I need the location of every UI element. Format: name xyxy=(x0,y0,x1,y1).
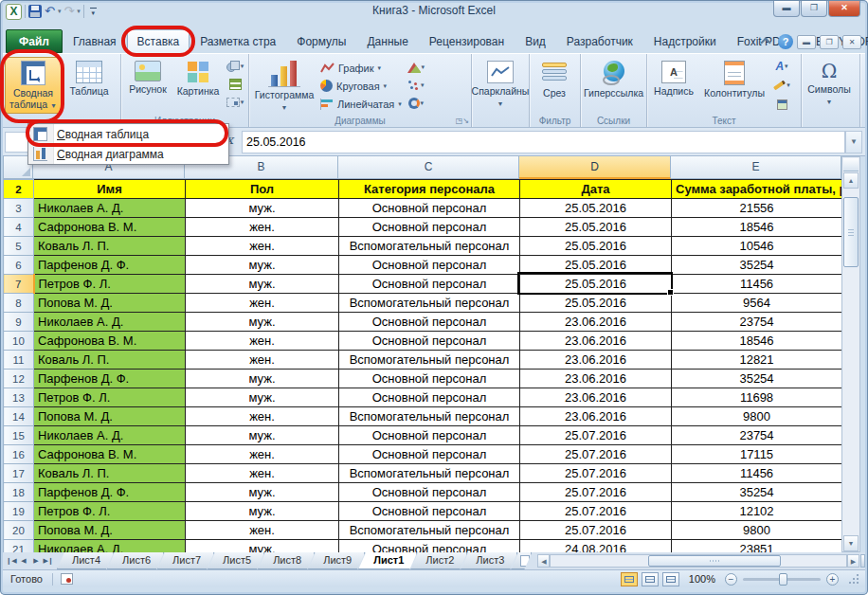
minimize-button[interactable]: ▬ xyxy=(773,1,800,17)
scrollbar-split-box[interactable] xyxy=(843,158,859,171)
formula-input[interactable]: 25.05.2016 xyxy=(242,131,845,153)
grid-cell[interactable]: 25.07.2016 xyxy=(520,426,672,445)
horizontal-scroll-thumb[interactable] xyxy=(648,555,781,567)
row-header-21[interactable]: 21 xyxy=(4,540,34,553)
sheet-tab-Лист8[interactable]: Лист8 xyxy=(258,552,315,569)
menu-item-pivot-chart[interactable]: Сводная диаграмма xyxy=(28,144,228,164)
grid-cell[interactable]: 25.05.2016 xyxy=(520,294,672,313)
workbook-close-button[interactable]: ✕ xyxy=(842,35,861,49)
grid-cell[interactable]: 18546 xyxy=(672,218,842,237)
row-header-18[interactable]: 18 xyxy=(4,483,34,502)
picture-button[interactable]: Рисунок xyxy=(123,57,172,114)
screenshot-button[interactable]: ▾ xyxy=(224,94,246,111)
grid-cell[interactable]: 17115 xyxy=(672,445,842,464)
grid-cell[interactable]: жен. xyxy=(186,294,339,313)
grid-cell[interactable]: муж. xyxy=(186,483,339,502)
grid-cell[interactable]: Николаев А. Д. xyxy=(34,313,186,332)
grid-cell[interactable]: 23.06.2016 xyxy=(520,407,672,426)
grid-cell[interactable]: 25.05.2016 xyxy=(520,256,672,275)
grid-cell[interactable]: Основной персонал xyxy=(339,275,520,294)
grid-cell[interactable]: 24.08.2016 xyxy=(520,540,672,553)
grid-cell[interactable]: муж. xyxy=(186,256,339,275)
grid-cell[interactable]: Вспомогательный персонал xyxy=(339,351,520,370)
zoom-level[interactable]: 100% xyxy=(683,573,721,585)
grid-cell[interactable]: 12102 xyxy=(672,502,842,521)
grid-cell[interactable]: Сафронова В. М. xyxy=(34,332,186,351)
grid-cell[interactable]: муж. xyxy=(186,426,339,445)
ribbon-tab-insert[interactable]: Вставка xyxy=(127,29,190,53)
wordart-button[interactable]: A▾ xyxy=(770,58,793,75)
ribbon-tab-addins[interactable]: Надстройки xyxy=(643,29,727,53)
ribbon-tab-formulas[interactable]: Формулы xyxy=(286,29,356,53)
grid-cell[interactable]: 21556 xyxy=(672,199,842,218)
formula-bar-expand-icon[interactable]: ▼ xyxy=(845,131,862,153)
grid-cell[interactable]: Основной персонал xyxy=(339,313,520,332)
grid-cell[interactable]: Основной персонал xyxy=(339,502,520,521)
row-header-2[interactable]: 2 xyxy=(4,180,34,199)
grid-cell[interactable]: 23.06.2016 xyxy=(520,388,672,407)
textbox-button[interactable]: A Надпись xyxy=(649,57,698,114)
scroll-left-icon[interactable]: ◀ xyxy=(537,554,550,568)
row-header-3[interactable]: 3 xyxy=(4,199,34,218)
grid-cell[interactable]: муж. xyxy=(186,388,339,407)
grid-cell[interactable]: жен. xyxy=(186,407,339,426)
grid-cell[interactable]: Вспомогательный персонал xyxy=(339,464,520,483)
table-button[interactable]: Таблица xyxy=(62,57,117,114)
ribbon-tab-home[interactable]: Главная xyxy=(63,29,127,53)
grid-cell[interactable]: 23851 xyxy=(672,540,842,553)
grid-cell[interactable]: Основной персонал xyxy=(339,199,520,218)
bar-chart-button[interactable]: Линейчатая▾ xyxy=(317,96,405,114)
grid-cell[interactable]: Вспомогательный персонал xyxy=(339,521,520,540)
row-header-5[interactable]: 5 xyxy=(4,237,34,256)
grid-cell[interactable]: Основной персонал xyxy=(339,445,520,464)
row-header-11[interactable]: 11 xyxy=(4,351,34,370)
grid-cell[interactable]: Основной персонал xyxy=(339,426,520,445)
grid-cell[interactable]: 9564 xyxy=(672,294,842,313)
grid-cell[interactable]: 25.07.2016 xyxy=(520,483,672,502)
column-header-C[interactable]: C xyxy=(338,156,519,179)
grid-cell[interactable]: жен. xyxy=(186,218,339,237)
grid-cell[interactable]: 23754 xyxy=(672,426,842,445)
sheet-tab-Лист2[interactable]: Лист2 xyxy=(410,552,467,569)
grid-cell[interactable]: 35254 xyxy=(672,483,842,502)
grid-cell[interactable]: Николаев А. Д. xyxy=(34,426,186,445)
grid-cell[interactable]: муж. xyxy=(186,370,339,388)
ribbon-tab-file[interactable]: Файл xyxy=(6,29,63,53)
hyperlink-button[interactable]: Гиперссылка xyxy=(583,57,644,114)
grid-cell[interactable]: муж. xyxy=(186,502,339,521)
grid-cell[interactable]: 23.06.2016 xyxy=(520,313,672,332)
symbols-button[interactable]: Ω Символы▼ xyxy=(803,57,856,114)
sheet-tab-Лист7[interactable]: Лист7 xyxy=(157,552,214,569)
grid-cell[interactable]: Основной персонал xyxy=(339,483,520,502)
workbook-restore-button[interactable]: ❐ xyxy=(820,35,839,49)
last-sheet-icon[interactable]: ▶❙ xyxy=(43,554,54,568)
grid-cell[interactable]: 11456 xyxy=(672,275,842,294)
grid-cell[interactable]: 9800 xyxy=(672,521,842,540)
row-header-7[interactable]: 7 xyxy=(4,275,34,294)
column-header-D[interactable]: D xyxy=(519,156,671,179)
grid-cell[interactable]: Категория персонала xyxy=(339,180,520,199)
ribbon-tab-review[interactable]: Рецензирован xyxy=(419,29,515,53)
menu-item-pivot-table[interactable]: Сводная таблица xyxy=(28,124,228,144)
horizontal-scroll-track[interactable] xyxy=(550,554,847,568)
ribbon-tab-page-layout[interactable]: Разметка стра xyxy=(190,29,286,53)
slicer-button[interactable]: Срез xyxy=(532,57,577,114)
grid-cell[interactable]: жен. xyxy=(186,464,339,483)
sheet-tab-Лист6[interactable]: Лист6 xyxy=(107,552,164,569)
grid-cell[interactable]: Сафронова В. М. xyxy=(34,218,186,237)
grid-cell[interactable]: Основной персонал xyxy=(339,256,520,275)
grid-cell[interactable]: Сумма заработной платы, р xyxy=(672,180,842,199)
grid-cell[interactable]: жен. xyxy=(186,237,339,256)
grid-cell[interactable]: 23.06.2016 xyxy=(520,351,672,370)
page-break-view-button[interactable] xyxy=(662,572,679,586)
grid-cell[interactable]: 25.07.2016 xyxy=(520,521,672,540)
row-header-8[interactable]: 8 xyxy=(4,294,34,313)
grid-cell[interactable]: 9800 xyxy=(672,407,842,426)
sheet-tab-Лист9[interactable]: Лист9 xyxy=(308,552,365,569)
row-header-16[interactable]: 16 xyxy=(4,445,34,464)
grid-cell[interactable]: жен. xyxy=(186,332,339,351)
close-button[interactable]: ✕ xyxy=(828,1,860,17)
grid-cell[interactable]: 25.05.2016 xyxy=(520,275,672,294)
grid-cell[interactable]: 18546 xyxy=(672,332,842,351)
ribbon-tab-data[interactable]: Данные xyxy=(356,29,418,53)
